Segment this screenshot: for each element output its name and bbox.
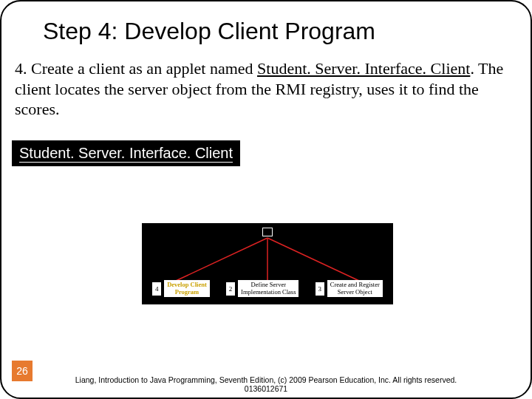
diagram-step-number: 4 xyxy=(152,282,161,296)
svg-line-0 xyxy=(176,238,267,281)
copyright-footer: Liang, Introduction to Java Programming,… xyxy=(1,375,531,393)
diagram-step-number: 2 xyxy=(226,282,235,296)
rmi-steps-diagram: 4 Develop Client Program 2 Define Server… xyxy=(142,223,393,304)
class-name-label: Student. Server. Interface. Client xyxy=(12,140,240,166)
slide-title: Step 4: Develop Client Program xyxy=(1,1,531,52)
diagram-step-number: 3 xyxy=(316,282,324,296)
diagram-item: 3 Create and Register Server Object xyxy=(316,280,383,297)
diagram-item: 4 Develop Client Program xyxy=(152,280,210,297)
diagram-step-label: Create and Register Server Object xyxy=(327,280,383,297)
diagram-item: 2 Define Server Implementation Class xyxy=(226,280,299,297)
svg-line-2 xyxy=(267,238,359,281)
diagram-items-row: 4 Develop Client Program 2 Define Server… xyxy=(142,280,393,297)
body-paragraph: 4. Create a client as an applet named St… xyxy=(1,52,531,120)
applet-name-underlined: Student. Server. Interface. Client xyxy=(257,59,470,78)
diagram-step-label: Develop Client Program xyxy=(164,280,210,297)
body-lead: 4. Create a client as an applet named xyxy=(15,59,257,78)
slide-frame: Step 4: Develop Client Program 4. Create… xyxy=(0,0,532,399)
diagram-step-label: Define Server Implementation Class xyxy=(238,280,299,297)
class-name-text: Student. Server. Interface. Client xyxy=(19,145,233,163)
